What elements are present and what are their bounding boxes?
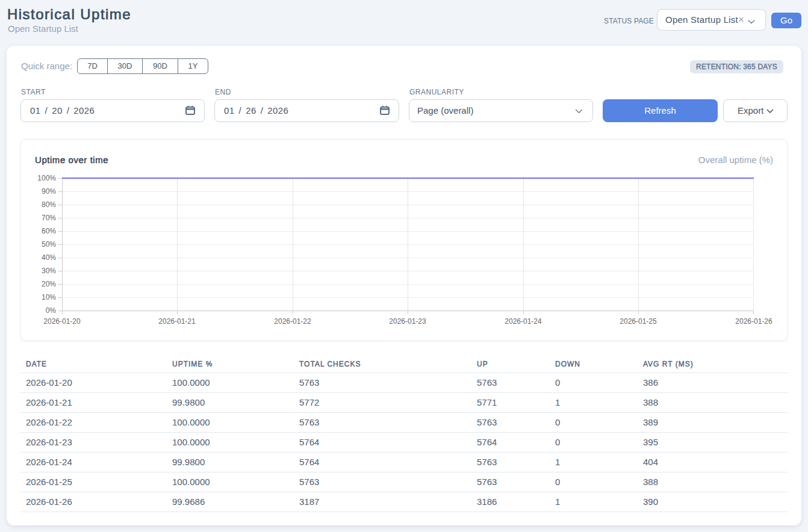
svg-text:100%: 100% (37, 174, 56, 182)
svg-text:2026-01-21: 2026-01-21 (158, 317, 196, 326)
svg-text:2026-01-23: 2026-01-23 (389, 317, 426, 326)
svg-text:80%: 80% (42, 200, 56, 209)
svg-text:70%: 70% (42, 214, 56, 222)
svg-text:0%: 0% (46, 306, 57, 315)
svg-text:30%: 30% (42, 267, 56, 275)
svg-text:50%: 50% (42, 240, 56, 249)
svg-text:10%: 10% (42, 293, 56, 302)
svg-text:90%: 90% (42, 187, 56, 196)
svg-text:2026-01-26: 2026-01-26 (735, 317, 772, 326)
svg-text:20%: 20% (42, 280, 56, 288)
svg-text:2026-01-25: 2026-01-25 (620, 317, 657, 326)
svg-text:40%: 40% (42, 253, 56, 262)
svg-text:2026-01-20: 2026-01-20 (43, 317, 81, 326)
svg-text:2026-01-24: 2026-01-24 (505, 317, 542, 326)
svg-text:2026-01-22: 2026-01-22 (274, 317, 311, 326)
svg-text:60%: 60% (42, 227, 56, 235)
